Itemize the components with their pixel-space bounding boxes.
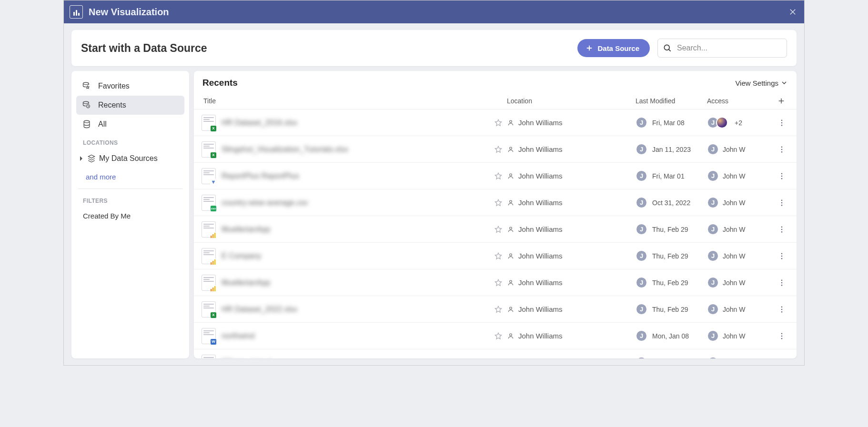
sidebar-item-recents[interactable]: Recents (76, 96, 184, 115)
access-cell: JJohn W (707, 197, 774, 209)
add-data-source-button[interactable]: Data Source (577, 39, 650, 57)
svg-point-10 (781, 146, 782, 147)
database-icon (82, 119, 91, 129)
row-menu-button[interactable] (775, 358, 789, 359)
file-icon: X (202, 115, 216, 131)
star-outline-icon (494, 332, 503, 340)
last-modified-cell: JThu, Feb 29 (636, 303, 707, 315)
file-name: HR Dataset_2016.xlsx (222, 119, 297, 127)
avatar: J (636, 197, 647, 209)
row-menu-button[interactable] (775, 278, 789, 287)
table-row[interactable]: XHR Dataset_2016.xlsxJohn WilliamsJFri, … (194, 109, 797, 136)
favorite-toggle[interactable] (490, 358, 507, 359)
row-menu-button[interactable] (775, 119, 789, 127)
avatar: J (636, 170, 647, 182)
view-settings-dropdown[interactable]: View Settings (735, 79, 788, 87)
row-menu-button[interactable] (775, 305, 789, 314)
person-icon (507, 172, 515, 180)
table-row[interactable]: FPlans_data_fJohn WilliamsJJul 11, 2022J… (194, 349, 797, 358)
table-row[interactable]: XSlingshot_Visualization_Tutorials.xlsxJ… (194, 136, 797, 163)
file-name: E Company (222, 252, 262, 260)
sidebar-item-all[interactable]: All (76, 115, 184, 134)
row-menu-button[interactable] (775, 172, 789, 180)
avatar: J (636, 277, 647, 288)
data-source-list[interactable]: XHR Dataset_2016.xlsxJohn WilliamsJFri, … (194, 109, 797, 358)
svg-point-45 (781, 311, 782, 312)
favorite-toggle[interactable] (490, 278, 507, 287)
app-root: New Visualization Start with a Data Sour… (63, 0, 805, 366)
favorite-toggle[interactable] (490, 145, 507, 154)
row-menu-button[interactable] (775, 225, 789, 234)
file-info: XHR Dataset_2016.xlsx (202, 115, 490, 131)
visualization-icon (70, 5, 83, 19)
svg-point-2 (83, 101, 89, 104)
table-row[interactable]: XHR Dataset_2022.xlsxJohn WilliamsJThu, … (194, 296, 797, 323)
row-menu-button[interactable] (775, 332, 789, 340)
last-modified-cell: JJan 11, 2023 (636, 143, 707, 155)
filter-created-by-me[interactable]: Created By Me (76, 207, 184, 225)
search-field[interactable] (657, 39, 787, 58)
favorite-toggle[interactable] (490, 172, 507, 180)
row-menu-button[interactable] (775, 252, 789, 260)
svg-point-1 (83, 82, 89, 85)
table-row[interactable]: MuellerianAppJohn WilliamsJThu, Feb 29JJ… (194, 216, 797, 243)
recents-icon (82, 100, 91, 110)
location-cell: John Williams (507, 305, 636, 313)
page-title: Start with a Data Source (81, 42, 207, 55)
table-row[interactable]: csvcountry-wise-average.csvJohn Williams… (194, 189, 797, 216)
close-button[interactable] (786, 5, 799, 19)
table-row[interactable]: MuellerianAppJohn WilliamsJThu, Feb 29JJ… (194, 269, 797, 296)
file-icon: X (202, 141, 216, 158)
favorite-toggle[interactable] (490, 252, 507, 260)
person-icon (507, 332, 515, 340)
svg-point-6 (781, 119, 782, 120)
last-modified-cell: JThu, Feb 29 (636, 250, 707, 262)
column-location[interactable]: Location (507, 97, 636, 105)
row-menu-button[interactable] (775, 145, 789, 154)
content-panel: Recents View Settings Title Location Las… (194, 71, 797, 358)
star-outline-icon (494, 225, 503, 234)
person-icon (507, 199, 515, 207)
favorite-toggle[interactable] (490, 119, 507, 127)
column-title[interactable]: Title (202, 97, 490, 105)
file-icon: ▼ (202, 168, 216, 184)
sidebar-divider (78, 189, 182, 189)
svg-point-39 (781, 279, 782, 280)
window-title: New Visualization (89, 7, 169, 18)
file-name: MuellerianApp (222, 278, 270, 287)
file-icon: W (202, 328, 216, 344)
row-menu-button[interactable] (775, 199, 789, 207)
column-access[interactable]: Access (707, 97, 774, 105)
svg-point-38 (510, 280, 512, 283)
favorite-toggle[interactable] (490, 199, 507, 207)
sidebar: Favorites Recents All (71, 71, 189, 358)
table-row[interactable]: ▼ReportPlus ReportPlusJohn WilliamsJFri,… (194, 163, 797, 189)
favorite-toggle[interactable] (490, 305, 507, 314)
avatar: J (636, 250, 647, 262)
sidebar-location-my-data-sources[interactable]: My Data Sources (76, 149, 184, 168)
search-input[interactable] (677, 44, 782, 52)
svg-point-12 (781, 151, 782, 152)
file-type-badge (210, 258, 217, 265)
svg-rect-35 (211, 289, 212, 291)
main-area: Favorites Recents All (64, 71, 804, 365)
add-column-button[interactable] (774, 97, 789, 105)
file-name: MuellerianApp (222, 225, 270, 234)
column-last-modified[interactable]: Last Modified (636, 97, 707, 105)
access-cell: JJohn W (707, 223, 774, 235)
file-name: country-wise-average.csv (222, 199, 308, 207)
last-modified-cell: JThu, Feb 29 (636, 277, 707, 288)
table-row[interactable]: WnorthwindJohn WilliamsJMon, Jan 08JJohn… (194, 323, 797, 349)
table-row[interactable]: E CompanyJohn WilliamsJThu, Feb 29JJohn … (194, 243, 797, 269)
sidebar-more-link[interactable]: and more (76, 168, 184, 186)
file-info: csvcountry-wise-average.csv (202, 195, 490, 211)
person-icon (507, 146, 515, 153)
sidebar-item-label: Recents (98, 101, 126, 109)
favorite-toggle[interactable] (490, 225, 507, 234)
favorite-toggle[interactable] (490, 332, 507, 340)
svg-point-42 (510, 307, 512, 309)
last-modified-cell: JThu, Feb 29 (636, 223, 707, 235)
search-icon (663, 43, 672, 53)
sidebar-item-favorites[interactable]: Favorites (76, 77, 184, 96)
kebab-menu-icon (777, 278, 786, 287)
